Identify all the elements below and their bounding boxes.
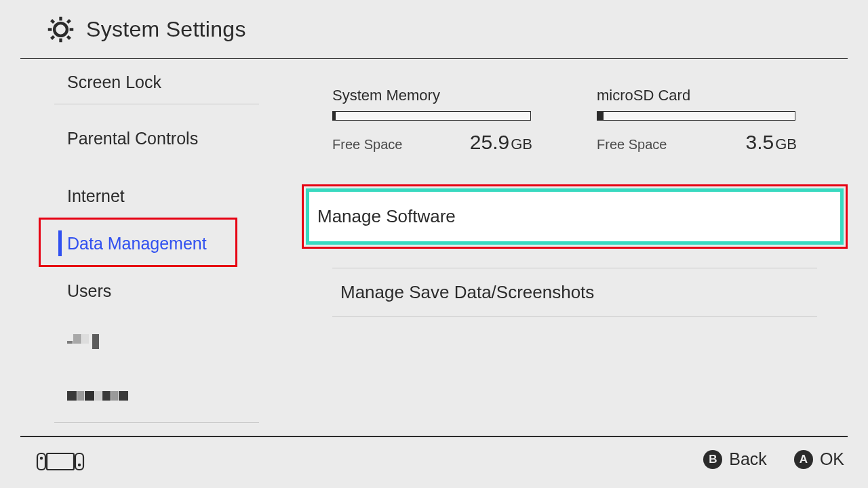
storage-title: System Memory: [332, 87, 532, 104]
controller-icon: [36, 451, 85, 474]
back-button-hint[interactable]: B Back: [703, 449, 767, 469]
sidebar-item-label: Data Management: [67, 234, 207, 253]
sidebar-item-users[interactable]: Users: [0, 267, 278, 314]
sidebar-item-label: Screen Lock: [67, 73, 161, 92]
sidebar-item-data-management[interactable]: Data Management: [0, 220, 278, 267]
storage-used-segment: [333, 112, 336, 120]
free-space-value: 3.5GB: [745, 131, 797, 154]
content-pane: System Memory Free Space 25.9GB microSD …: [285, 60, 848, 436]
storage-bar: [332, 111, 531, 121]
svg-line-6: [67, 36, 70, 39]
b-button-icon: B: [703, 450, 722, 469]
sidebar-item-label: Users: [67, 281, 111, 301]
menu-item-manage-software[interactable]: Manage Software: [309, 192, 840, 241]
ok-button-hint[interactable]: A OK: [794, 449, 844, 469]
svg-line-5: [52, 20, 54, 22]
svg-rect-11: [47, 453, 74, 470]
annotation-box-menu: Manage Software: [302, 184, 848, 249]
a-button-icon: A: [794, 450, 813, 469]
redacted-label: [67, 391, 128, 401]
divider: [332, 316, 817, 317]
storage-used-segment: [597, 112, 604, 120]
svg-rect-9: [37, 453, 45, 470]
storage-title: microSD Card: [597, 87, 797, 104]
svg-point-12: [40, 457, 43, 460]
free-space-label: Free Space: [597, 137, 667, 152]
storage-bar: [597, 111, 795, 121]
gear-icon: [45, 14, 76, 45]
svg-line-8: [67, 20, 70, 22]
page-title: System Settings: [86, 17, 246, 42]
ok-label: OK: [820, 449, 844, 469]
menu-area: Manage Software Manage Save Data/Screens…: [285, 184, 848, 317]
storage-system-memory: System Memory Free Space 25.9GB: [332, 87, 532, 154]
footer: B Back A OK: [20, 436, 848, 436]
free-space-value: 25.9GB: [470, 131, 532, 154]
back-label: Back: [729, 449, 767, 469]
free-space-label: Free Space: [332, 137, 402, 152]
svg-point-0: [54, 23, 67, 36]
menu-item-label: Manage Save Data/Screenshots: [340, 282, 594, 303]
svg-rect-10: [75, 453, 83, 470]
storage-row: System Memory Free Space 25.9GB microSD …: [285, 60, 848, 154]
sidebar-item-label: Internet: [67, 186, 125, 206]
sidebar-item-label: Parental Controls: [67, 129, 198, 148]
menu-item-label: Manage Software: [317, 206, 456, 227]
redacted-label: [67, 334, 99, 349]
svg-line-7: [52, 36, 54, 39]
storage-microsd: microSD Card Free Space 3.5GB: [597, 87, 797, 154]
sidebar-item-screen-lock[interactable]: Screen Lock: [0, 60, 278, 104]
sidebar-item-internet[interactable]: Internet: [0, 172, 278, 220]
selection-indicator: [58, 230, 62, 256]
sidebar-item-redacted-1[interactable]: [0, 314, 278, 369]
menu-item-manage-save-data[interactable]: Manage Save Data/Screenshots: [332, 268, 817, 316]
sidebar-item-redacted-2[interactable]: [0, 369, 278, 423]
svg-point-13: [78, 464, 81, 466]
header: System Settings: [20, 0, 848, 59]
sidebar: Screen Lock Parental Controls Internet D…: [0, 60, 278, 436]
sidebar-item-parental-controls[interactable]: Parental Controls: [0, 104, 278, 172]
